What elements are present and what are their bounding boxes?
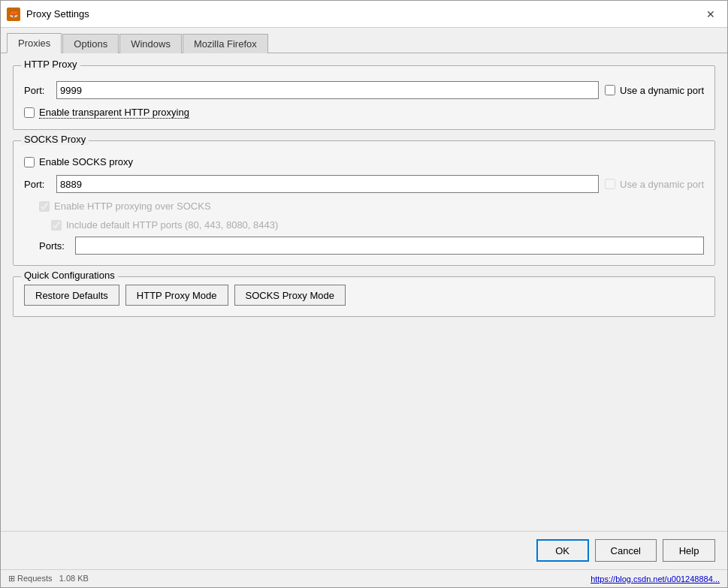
- requests-value: 1.08 KB: [59, 574, 89, 583]
- http-port-label: Port:: [24, 85, 50, 96]
- tab-mozilla-firefox[interactable]: Mozilla Firefox: [183, 34, 268, 53]
- status-bar: ⊞ Requests 1.08 KB https://blog.csdn.net…: [1, 569, 727, 587]
- socks-proxy-mode-button[interactable]: SOCKS Proxy Mode: [234, 285, 346, 306]
- footer: OK Cancel Help: [1, 531, 727, 569]
- quick-config-group: Quick Configurations Restore Defaults HT…: [13, 276, 715, 317]
- tab-options[interactable]: Options: [62, 34, 119, 53]
- requests-label: ⊞ Requests: [8, 574, 53, 583]
- socks-enable-checkbox[interactable]: [24, 157, 35, 167]
- socks-port-row: Port: Use a dynamic port: [24, 175, 704, 193]
- ok-button[interactable]: OK: [536, 539, 589, 562]
- quick-config-title: Quick Configurations: [21, 270, 118, 281]
- tab-windows[interactable]: Windows: [119, 34, 182, 53]
- http-proxy-mode-button[interactable]: HTTP Proxy Mode: [125, 285, 228, 306]
- http-transparent-label: Enable transparent HTTP proxying: [39, 107, 189, 119]
- ports-input[interactable]: [75, 237, 704, 255]
- http-proxy-group: HTTP Proxy Port: Use a dynamic port Enab…: [13, 65, 715, 130]
- ports-row: Ports:: [39, 237, 704, 255]
- include-default-ports-row: Include default HTTP ports (80, 443, 808…: [51, 219, 704, 231]
- http-dynamic-port-checkbox[interactable]: [605, 85, 615, 95]
- http-transparent-checkbox[interactable]: [24, 107, 35, 118]
- proxy-settings-window: 🦊 Proxy Settings ✕ Proxies Options Windo…: [0, 0, 728, 588]
- title-bar: 🦊 Proxy Settings ✕: [1, 1, 727, 28]
- include-default-ports-label: Include default HTTP ports (80, 443, 808…: [66, 219, 278, 231]
- http-over-socks-row: Enable HTTP proxying over SOCKS: [39, 201, 704, 212]
- socks-port-label: Port:: [24, 179, 50, 190]
- http-port-input[interactable]: [56, 81, 599, 99]
- window-title: Proxy Settings: [26, 8, 89, 20]
- http-dynamic-port-label: Use a dynamic port: [620, 85, 704, 96]
- http-proxy-title: HTTP Proxy: [21, 59, 80, 70]
- app-icon: 🦊: [7, 8, 20, 21]
- ports-label: Ports:: [39, 240, 69, 252]
- socks-proxy-group: SOCKS Proxy Enable SOCKS proxy Port: Use…: [13, 140, 715, 266]
- http-port-row: Port: Use a dynamic port: [24, 81, 704, 99]
- quick-config-buttons: Restore Defaults HTTP Proxy Mode SOCKS P…: [24, 285, 704, 306]
- tab-proxies[interactable]: Proxies: [7, 33, 62, 53]
- close-button[interactable]: ✕: [700, 5, 721, 23]
- include-default-ports-checkbox[interactable]: [51, 220, 62, 231]
- restore-defaults-button[interactable]: Restore Defaults: [24, 285, 119, 306]
- status-url: https://blog.csdn.net/u001248884...: [591, 574, 720, 583]
- http-transparent-row: Enable transparent HTTP proxying: [24, 107, 704, 119]
- http-over-socks-label: Enable HTTP proxying over SOCKS: [54, 201, 211, 212]
- status-requests: ⊞ Requests 1.08 KB: [8, 574, 89, 583]
- socks-enable-row: Enable SOCKS proxy: [24, 156, 704, 167]
- main-content: HTTP Proxy Port: Use a dynamic port Enab…: [1, 53, 727, 531]
- socks-port-input[interactable]: [56, 175, 599, 193]
- socks-dynamic-port-group: Use a dynamic port: [605, 179, 704, 190]
- title-bar-left: 🦊 Proxy Settings: [7, 8, 89, 21]
- cancel-button[interactable]: Cancel: [595, 539, 657, 562]
- http-over-socks-checkbox[interactable]: [39, 201, 50, 212]
- socks-enable-label: Enable SOCKS proxy: [39, 156, 133, 167]
- socks-proxy-title: SOCKS Proxy: [21, 134, 89, 145]
- socks-dynamic-port-label: Use a dynamic port: [620, 179, 704, 190]
- help-button[interactable]: Help: [663, 539, 715, 562]
- socks-dynamic-port-checkbox[interactable]: [605, 179, 615, 189]
- http-dynamic-port-group: Use a dynamic port: [605, 85, 704, 96]
- tab-bar: Proxies Options Windows Mozilla Firefox: [1, 28, 727, 53]
